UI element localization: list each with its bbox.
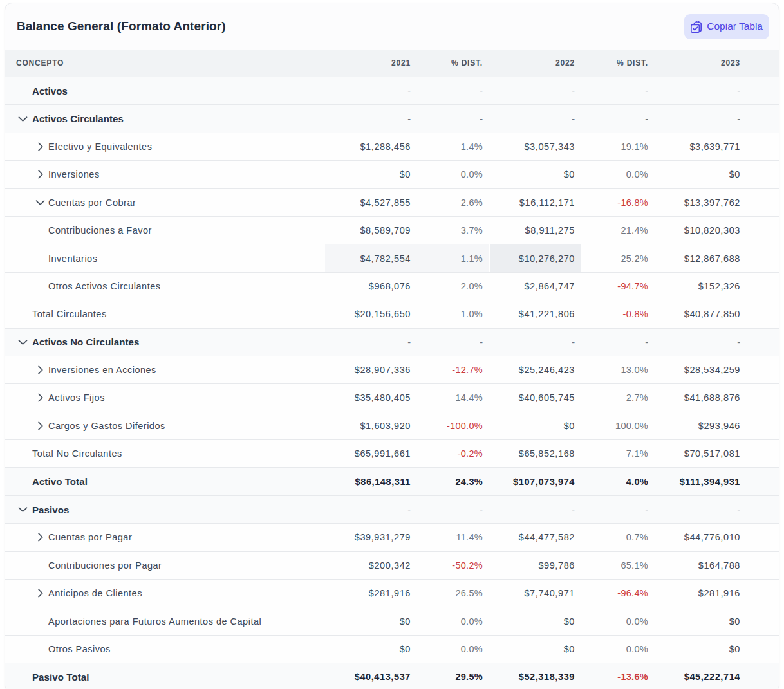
row-activos-no-circulantes[interactable]: Activos No Circulantes----- xyxy=(5,329,779,356)
row-contribuciones-por-pagar: Contribuciones por Pagar$200,342-50.2%$9… xyxy=(5,552,779,580)
concept-cell: Activos Circulantes xyxy=(5,105,325,133)
concept-cell: Activos Fijos xyxy=(5,384,325,412)
chevron-right-icon[interactable] xyxy=(35,589,45,598)
column-header-2022-3: 2022 xyxy=(489,50,581,77)
chevron-right-icon[interactable] xyxy=(35,170,45,179)
row-aportaciones-para-futuros-aumentos-de-capital: Aportaciones para Futuros Aumentos de Ca… xyxy=(5,607,779,635)
value-cell: -100.0% xyxy=(417,412,489,440)
value-cell: $13,397,762 xyxy=(655,189,779,217)
row-activos: Activos----- xyxy=(5,77,779,105)
concept-label: Activos Fijos xyxy=(48,392,105,403)
value-cell: - xyxy=(655,105,779,133)
chevron-right-icon[interactable] xyxy=(35,142,45,151)
value-cell: $0 xyxy=(325,636,417,663)
row-efectivo-y-equivalentes[interactable]: Efectivo y Equivalentes$1,288,4561.4%$3,… xyxy=(5,133,779,161)
row-pasivos[interactable]: Pasivos----- xyxy=(5,496,779,524)
value-cell: - xyxy=(417,105,489,133)
value-cell: $8,589,709 xyxy=(325,217,417,244)
balance-table: CONCEPTO2021% DIST.2022% DIST.2023 Activ… xyxy=(5,50,779,689)
row-inversiones[interactable]: Inversiones$00.0%$00.0%$0 xyxy=(5,161,779,188)
row-activos-circulantes[interactable]: Activos Circulantes----- xyxy=(5,105,779,133)
concept-label: Cuentas por Cobrar xyxy=(48,198,136,208)
concept-label: Inventarios xyxy=(48,253,97,264)
row-cargos-y-gastos-diferidos[interactable]: Cargos y Gastos Diferidos$1,603,920-100.… xyxy=(5,412,779,440)
chevron-down-icon[interactable] xyxy=(18,507,28,512)
concept-label: Aportaciones para Futuros Aumentos de Ca… xyxy=(48,616,261,627)
chevron-right-icon[interactable] xyxy=(35,393,45,402)
copy-table-button[interactable]: Copiar Tabla xyxy=(684,14,769,39)
value-cell: 29.5% xyxy=(417,663,489,689)
value-cell: 0.7% xyxy=(581,524,655,551)
value-cell: $0 xyxy=(325,607,417,635)
value-cell[interactable]: 1.1% xyxy=(417,244,489,272)
value-cell: $65,852,168 xyxy=(489,440,581,468)
value-cell: - xyxy=(655,329,779,356)
copy-table-label: Copiar Tabla xyxy=(707,21,763,32)
concept-label: Activos xyxy=(32,86,68,96)
chevron-right-icon[interactable] xyxy=(35,365,45,374)
value-cell: 0.0% xyxy=(581,161,655,188)
value-cell: - xyxy=(655,77,779,105)
value-cell: $41,221,806 xyxy=(489,300,581,328)
value-cell: - xyxy=(581,77,655,105)
value-cell: - xyxy=(489,77,581,105)
value-cell: $12,867,688 xyxy=(655,244,779,272)
value-cell: $25,246,423 xyxy=(489,356,581,384)
row-inversiones-en-acciones[interactable]: Inversiones en Acciones$28,907,336-12.7%… xyxy=(5,356,779,384)
value-cell: 0.0% xyxy=(417,161,489,188)
card-header: Balance General (Formato Anterior) Copia… xyxy=(5,3,779,50)
concept-cell: Inversiones en Acciones xyxy=(5,356,325,384)
value-cell[interactable]: $10,276,270 xyxy=(489,244,581,272)
row-inventarios: Inventarios$4,782,5541.1%$10,276,27025.2… xyxy=(5,244,779,272)
concept-label: Otros Pasivos xyxy=(48,644,111,654)
concept-cell: Activos No Circulantes xyxy=(5,329,325,356)
row-anticipos-de-clientes[interactable]: Anticipos de Clientes$281,91626.5%$7,740… xyxy=(5,580,779,607)
value-cell: -13.6% xyxy=(581,663,655,689)
value-cell: - xyxy=(581,329,655,356)
concept-label: Cuentas por Pagar xyxy=(48,532,132,542)
chevron-down-icon[interactable] xyxy=(18,340,28,345)
concept-label: Cargos y Gastos Diferidos xyxy=(48,421,165,431)
value-cell: 13.0% xyxy=(581,356,655,384)
column-header-dist: % DIST. xyxy=(417,50,489,77)
value-cell: - xyxy=(655,496,779,524)
table-head: CONCEPTO2021% DIST.2022% DIST.2023 xyxy=(5,50,779,77)
concept-cell: Aportaciones para Futuros Aumentos de Ca… xyxy=(5,607,325,635)
value-cell: -12.7% xyxy=(417,356,489,384)
value-cell: 3.7% xyxy=(417,217,489,244)
value-cell: 0.0% xyxy=(417,607,489,635)
concept-cell: Contribuciones por Pagar xyxy=(5,552,325,580)
value-cell: $152,326 xyxy=(655,273,779,300)
chevron-down-icon[interactable] xyxy=(18,116,28,122)
value-cell: $70,517,081 xyxy=(655,440,779,468)
value-cell: $10,820,303 xyxy=(655,217,779,244)
value-cell: -96.4% xyxy=(581,580,655,607)
value-cell: $8,911,275 xyxy=(489,217,581,244)
value-cell: $20,156,650 xyxy=(325,300,417,328)
row-cuentas-por-cobrar[interactable]: Cuentas por Cobrar$4,527,8552.6%$16,112,… xyxy=(5,189,779,217)
value-cell: $0 xyxy=(655,636,779,663)
chevron-right-icon[interactable] xyxy=(35,533,45,542)
table-header-row: CONCEPTO2021% DIST.2022% DIST.2023 xyxy=(5,50,779,77)
value-cell: $3,057,343 xyxy=(489,133,581,161)
value-cell: 0.0% xyxy=(581,607,655,635)
value-cell: 2.6% xyxy=(417,189,489,217)
value-cell[interactable]: $4,782,554 xyxy=(325,244,417,272)
value-cell: $28,534,259 xyxy=(655,356,779,384)
chevron-right-icon[interactable] xyxy=(35,421,45,430)
concept-label: Activos Circulantes xyxy=(32,113,124,124)
value-cell: -0.8% xyxy=(581,300,655,328)
row-cuentas-por-pagar[interactable]: Cuentas por Pagar$39,931,27911.4%$44,477… xyxy=(5,524,779,551)
value-cell: $35,480,405 xyxy=(325,384,417,412)
value-cell: - xyxy=(417,329,489,356)
value-cell: -16.8% xyxy=(581,189,655,217)
value-cell: - xyxy=(581,496,655,524)
value-cell: 21.4% xyxy=(581,217,655,244)
value-cell: $164,788 xyxy=(655,552,779,580)
value-cell: $52,318,339 xyxy=(489,663,581,689)
value-cell: 2.0% xyxy=(417,273,489,300)
row-activos-fijos[interactable]: Activos Fijos$35,480,40514.4%$40,605,745… xyxy=(5,384,779,412)
value-cell: $3,639,771 xyxy=(655,133,779,161)
chevron-down-icon[interactable] xyxy=(35,200,45,205)
concept-cell: Cuentas por Cobrar xyxy=(5,189,325,217)
